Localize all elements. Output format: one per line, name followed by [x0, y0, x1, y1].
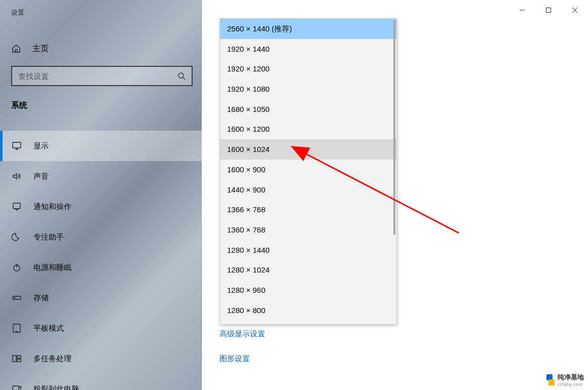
svg-rect-17 — [546, 8, 551, 13]
graphics-settings-link[interactable]: 图形设置 — [219, 354, 265, 364]
nav-list: 显示声音通知和操作专注助手电源和睡眠存储平板模式多任务处理投影到此电脑 — [0, 131, 202, 390]
resolution-option-14[interactable]: 1280 × 800 — [220, 300, 396, 321]
resolution-option-3[interactable]: 1920 × 1080 — [220, 79, 396, 99]
settings-window: 设置 主页 系统 显示声音通知和操作专注助手电源和睡眠存储平板模式多任务处理投影… — [0, 0, 588, 390]
search-box[interactable] — [11, 66, 193, 86]
svg-rect-5 — [13, 203, 20, 209]
power-icon — [11, 262, 22, 273]
resolution-dropdown[interactable]: 2560 × 1440 (推荐)1920 × 14401920 × 120019… — [219, 18, 397, 325]
resolution-option-13[interactable]: 1280 × 960 — [220, 280, 396, 300]
home-label: 主页 — [32, 44, 49, 54]
nav-item-label: 投影到此电脑 — [33, 384, 79, 391]
resolution-option-10[interactable]: 1360 × 768 — [220, 220, 396, 240]
dropdown-scrollbar[interactable] — [393, 20, 395, 235]
nav-item-label: 多任务处理 — [33, 354, 71, 364]
moon-icon — [11, 231, 22, 243]
resolution-option-0[interactable]: 2560 × 1440 (推荐) — [220, 19, 396, 39]
main-area: 2560 × 1440 (推荐)1920 × 14401920 × 120019… — [202, 0, 588, 390]
svg-rect-15 — [13, 386, 19, 390]
search-icon — [171, 67, 192, 85]
resolution-option-12[interactable]: 1280 × 1024 — [220, 260, 396, 280]
nav-item-3[interactable]: 专注助手 — [0, 222, 202, 252]
home-nav[interactable]: 主页 — [11, 38, 49, 59]
nav-item-4[interactable]: 电源和睡眠 — [0, 252, 202, 283]
svg-rect-2 — [13, 142, 21, 148]
resolution-option-11[interactable]: 1280 × 1440 — [220, 240, 396, 260]
nav-item-5[interactable]: 存储 — [0, 283, 202, 313]
nav-item-label: 平板模式 — [33, 324, 64, 333]
notification-icon — [11, 201, 22, 212]
nav-item-7[interactable]: 多任务处理 — [0, 343, 202, 374]
svg-point-0 — [178, 73, 183, 78]
sidebar-group-title: 系统 — [11, 100, 27, 111]
watermark-domain: czlaby.com — [558, 382, 584, 387]
nav-item-1[interactable]: 声音 — [0, 161, 202, 191]
resolution-option-2[interactable]: 1920 × 1200 — [220, 59, 396, 79]
resolution-option-4[interactable]: 1680 × 1050 — [220, 99, 396, 120]
resolution-option-8[interactable]: 1440 × 900 — [220, 180, 396, 200]
svg-line-1 — [183, 77, 185, 80]
nav-item-2[interactable]: 通知和操作 — [0, 191, 202, 222]
speaker-icon — [11, 171, 22, 182]
storage-icon — [11, 292, 22, 303]
svg-rect-13 — [17, 356, 21, 358]
titlebar — [509, 0, 588, 20]
project-icon — [11, 383, 22, 390]
watermark: 纯净基地 czlaby.com — [543, 373, 584, 387]
content-links: 高级显示设置 图形设置 — [219, 329, 265, 379]
sidebar: 设置 主页 系统 显示声音通知和操作专注助手电源和睡眠存储平板模式多任务处理投影… — [0, 0, 202, 390]
multitask-icon — [11, 353, 22, 364]
nav-item-6[interactable]: 平板模式 — [0, 313, 202, 343]
tablet-icon — [11, 323, 22, 334]
resolution-option-1[interactable]: 1920 × 1440 — [220, 39, 396, 59]
minimize-button[interactable] — [509, 0, 535, 20]
nav-item-label: 专注助手 — [33, 232, 64, 242]
monitor-icon — [11, 140, 22, 151]
nav-item-0[interactable]: 显示 — [0, 131, 202, 161]
resolution-option-9[interactable]: 1366 × 768 — [220, 200, 396, 220]
search-input[interactable] — [12, 67, 171, 85]
nav-item-8[interactable]: 投影到此电脑 — [0, 374, 202, 390]
watermark-logo-icon — [543, 374, 555, 385]
resolution-option-6[interactable]: 1600 × 1024 — [220, 139, 396, 160]
resolution-option-5[interactable]: 1600 × 1200 — [220, 119, 396, 139]
svg-rect-12 — [13, 356, 16, 362]
nav-item-label: 电源和睡眠 — [33, 263, 71, 272]
maximize-button[interactable] — [535, 0, 562, 20]
nav-item-label: 通知和操作 — [33, 202, 71, 212]
svg-point-9 — [14, 297, 15, 298]
nav-item-label: 存储 — [33, 293, 49, 303]
close-button[interactable] — [562, 0, 588, 20]
nav-item-label: 显示 — [33, 141, 49, 151]
advanced-display-link[interactable]: 高级显示设置 — [219, 329, 265, 339]
svg-rect-14 — [17, 359, 21, 362]
panel-title: 设置 — [11, 8, 24, 17]
nav-item-label: 声音 — [33, 172, 49, 181]
home-icon — [11, 44, 21, 54]
watermark-name: 纯净基地 — [558, 373, 584, 381]
resolution-option-7[interactable]: 1600 × 900 — [220, 160, 396, 180]
